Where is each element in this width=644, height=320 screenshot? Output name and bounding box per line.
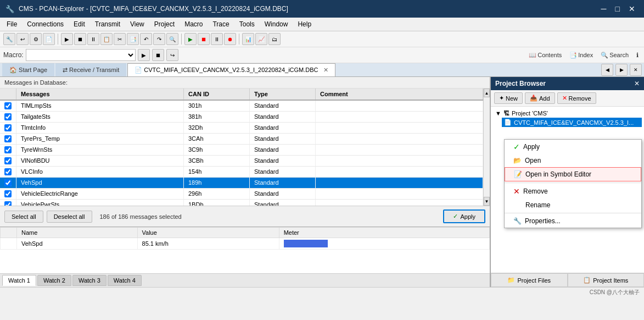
menu-file[interactable]: File	[2, 19, 21, 30]
toolbar-run[interactable]: ▶	[184, 33, 197, 45]
menu-help[interactable]: Help	[293, 19, 316, 30]
tree-file-item[interactable]: 📄 CVTC_MIFA_ICE&EV_CANCMX_V2.5.3_I...	[502, 118, 642, 127]
scrollbar[interactable]: ▲ ▼	[483, 89, 490, 206]
select-all-button[interactable]: Select all	[4, 211, 43, 223]
col-header-type[interactable]: Type	[250, 89, 316, 100]
maximize-button[interactable]: □	[612, 3, 623, 14]
scroll-up[interactable]: ▲	[484, 89, 490, 97]
row-checkbox[interactable]	[4, 113, 12, 120]
macro-step[interactable]: ↪	[166, 49, 178, 61]
toolbar-pause[interactable]: ⏸	[211, 33, 223, 45]
macro-dropdown[interactable]	[26, 49, 136, 61]
ctx-properties[interactable]: 🔧 Properties...	[505, 214, 641, 228]
ctx-apply[interactable]: ✓ Apply	[505, 140, 641, 154]
tab-dbc-file[interactable]: 📄 CVTC_MIFA_ICEEV_CANCMX_V2.5.3_I_202208…	[127, 63, 335, 76]
menu-view[interactable]: View	[126, 19, 149, 30]
toolbar-btn-10[interactable]: 📑	[127, 33, 139, 45]
table-row[interactable]: VLCInfo 154h Standard	[0, 167, 483, 178]
toolbar-btn-12[interactable]: ↷	[153, 33, 165, 45]
watch-tab-4[interactable]: Watch 4	[108, 275, 142, 286]
toolbar-btn-16[interactable]: 🗂	[268, 33, 281, 45]
watch-tab-3[interactable]: Watch 3	[72, 275, 107, 286]
table-row[interactable]: TailgateSts 381h Standard	[0, 112, 483, 123]
menu-edit[interactable]: Edit	[69, 19, 89, 30]
toolbar-btn-8[interactable]: 📋	[100, 33, 113, 45]
close-button[interactable]: ✕	[625, 3, 639, 14]
project-files-icon: 📁	[507, 277, 515, 284]
toolbar-btn-7[interactable]: ⏸	[87, 33, 99, 45]
table-row[interactable]: TyrePrs_Temp 3CAh Standard	[0, 134, 483, 145]
new-button[interactable]: ✦ New	[494, 92, 523, 104]
table-row[interactable]: VlNofiBDU 3CBh Standard	[0, 156, 483, 167]
macro-stop[interactable]: ⏹	[152, 49, 164, 61]
menu-macro[interactable]: Macro	[180, 19, 207, 30]
menu-connections[interactable]: Connections	[23, 19, 68, 30]
toolbar-btn-3[interactable]: ⚙	[30, 33, 42, 45]
search-button[interactable]: 🔍 Search	[598, 51, 631, 60]
scroll-down[interactable]: ▼	[484, 197, 490, 206]
menu-window[interactable]: Window	[260, 19, 293, 30]
project-files-tab[interactable]: 📁 Project Files	[491, 273, 568, 287]
toolbar-btn-9[interactable]: ✂	[114, 33, 126, 45]
project-items-tab[interactable]: 📋 Project Items	[568, 273, 645, 287]
row-checkbox[interactable]	[4, 157, 12, 164]
row-checkbox[interactable]	[4, 201, 12, 206]
table-row[interactable]: VehicleElectricRange 296h Standard	[0, 189, 483, 200]
add-button[interactable]: 📥 Add	[525, 92, 555, 104]
tab-close-all[interactable]: ✕	[630, 64, 642, 76]
row-type: Standard	[250, 101, 316, 111]
tab-receive-transmit[interactable]: ⇄ Receive / Transmit	[55, 63, 126, 76]
row-checkbox[interactable]	[4, 179, 12, 186]
menu-tools[interactable]: Tools	[235, 19, 259, 30]
row-checkbox[interactable]	[4, 124, 12, 131]
menu-project[interactable]: Project	[150, 19, 179, 30]
table-row[interactable]: TyreWrnSts 3C9h Standard	[0, 145, 483, 156]
menu-transmit[interactable]: Transmit	[91, 19, 125, 30]
table-row[interactable]: TlMLmpSts 301h Standard	[0, 101, 483, 112]
toolbar-btn-13[interactable]: 🔍	[166, 33, 178, 45]
row-checkbox[interactable]	[4, 190, 12, 197]
watch-tab-2[interactable]: Watch 2	[37, 275, 71, 286]
menu-trace[interactable]: Trace	[208, 19, 233, 30]
toolbar-btn-1[interactable]: 🔧	[3, 33, 15, 45]
remove-button[interactable]: ✕ Remove	[557, 92, 596, 104]
toolbar-stop[interactable]: ⏹	[198, 33, 210, 45]
col-header-messages[interactable]: Messages	[16, 89, 184, 100]
table-row[interactable]: VehSpd 189h Standard	[0, 178, 483, 189]
row-checkbox[interactable]	[4, 135, 12, 142]
macro-run[interactable]: ▶	[138, 49, 150, 61]
toolbar-btn-15[interactable]: 📈	[255, 33, 267, 45]
index-button[interactable]: 📑 Index	[567, 51, 595, 60]
ctx-open[interactable]: 📂 Open	[505, 154, 641, 167]
ctx-remove[interactable]: ✕ Remove	[505, 184, 641, 198]
table-row[interactable]: VehiclePwrSts 1BDh Standard	[0, 200, 483, 206]
col-header-comment[interactable]: Comment	[316, 89, 483, 100]
tree-project-root[interactable]: ▼ 🏗 Project 'CMS'	[493, 109, 642, 118]
watch-tab-1[interactable]: Watch 1	[2, 275, 36, 286]
deselect-all-button[interactable]: Deselect all	[47, 211, 92, 223]
contents-button[interactable]: 📖 Contents	[527, 51, 564, 60]
row-checkbox[interactable]	[4, 168, 12, 175]
help-info-button[interactable]: ℹ	[634, 51, 641, 60]
tab-nav-left[interactable]: ◀	[601, 64, 613, 76]
row-checkbox[interactable]	[4, 146, 12, 153]
apply-button[interactable]: ✓ Apply	[443, 209, 485, 223]
toolbar-btn-11[interactable]: ↶	[140, 33, 152, 45]
col-header-canid[interactable]: CAN ID	[184, 89, 250, 100]
toolbar-record[interactable]: ⏺	[224, 33, 236, 45]
toolbar-btn-14[interactable]: 📊	[242, 33, 254, 45]
toolbar-btn-6[interactable]: ⏹	[74, 33, 86, 45]
tab-start-page[interactable]: 🏠 Start Page	[2, 63, 54, 76]
ctx-open-symbol-editor[interactable]: 📝 Open in Symbol Editor	[505, 167, 641, 181]
row-checkbox[interactable]	[4, 102, 12, 109]
tab-close-button[interactable]: ✕	[323, 67, 328, 73]
expand-icon: ▼	[495, 110, 501, 117]
minimize-button[interactable]: ─	[598, 3, 610, 14]
toolbar-btn-5[interactable]: ▶	[61, 33, 73, 45]
ctx-rename[interactable]: Rename	[505, 198, 641, 212]
tab-nav-right[interactable]: ▶	[615, 64, 628, 76]
toolbar-btn-4[interactable]: 📄	[43, 33, 55, 45]
project-browser-close[interactable]: ✕	[634, 80, 640, 87]
table-row[interactable]: TlmtcInfo 32Dh Standard	[0, 123, 483, 134]
toolbar-btn-2[interactable]: ↩	[16, 33, 29, 45]
